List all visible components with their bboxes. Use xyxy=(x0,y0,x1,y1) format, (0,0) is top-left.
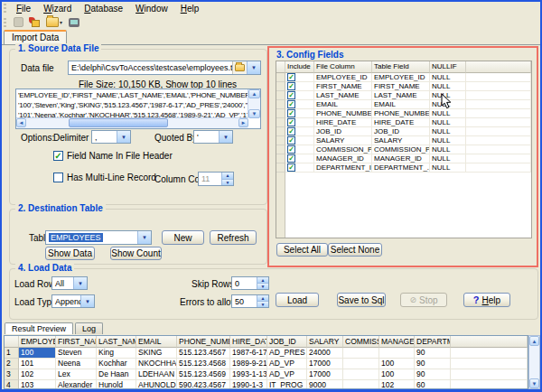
spin-down-icon[interactable]: ▼ xyxy=(257,284,268,289)
multiline-checkbox[interactable]: Has Multi-Line Record xyxy=(53,173,156,182)
result-cell[interactable]: SKING xyxy=(136,348,177,359)
scroll-down-icon[interactable]: ▼ xyxy=(248,109,260,118)
config-header-table-field[interactable]: Table Field xyxy=(372,61,430,73)
scroll-right-icon[interactable]: ► xyxy=(238,118,248,127)
include-checkbox[interactable]: ✓ xyxy=(287,100,295,108)
field-name-checkbox[interactable]: ✓ Field Name In File Header xyxy=(53,151,173,161)
preview-vscrollbar[interactable]: ▲ ▼ xyxy=(248,89,260,118)
spin-down-icon[interactable]: ▼ xyxy=(222,180,233,186)
config-table-field-cell[interactable]: COMMISSION_P... xyxy=(372,145,430,154)
config-include-cell[interactable]: ✓ xyxy=(285,82,314,91)
result-cell[interactable]: 90 xyxy=(415,359,451,369)
config-include-cell[interactable]: ✓ xyxy=(285,154,314,163)
select-all-button[interactable]: Select All xyxy=(276,243,328,257)
result-cell[interactable] xyxy=(379,348,415,359)
quoted-by-dropdown-icon[interactable]: ▼ xyxy=(219,131,232,143)
config-nullif-cell[interactable]: NULL xyxy=(430,73,466,82)
result-cell[interactable]: NKOCHHAR xyxy=(136,359,177,369)
config-row[interactable]: ✓LAST_NAMELAST_NAMENULL xyxy=(276,91,531,100)
result-cell[interactable]: 102 xyxy=(379,380,415,389)
toolbar-grip[interactable] xyxy=(4,18,6,27)
config-include-cell[interactable]: ✓ xyxy=(285,127,314,136)
result-header-job-id[interactable]: JOB_ID xyxy=(267,336,307,348)
result-cell[interactable]: 103 xyxy=(19,380,56,389)
result-cell[interactable]: 1993-1-13 xyxy=(230,369,267,380)
result-cell[interactable]: 590.423.4567 xyxy=(177,380,230,389)
include-checkbox[interactable]: ✓ xyxy=(287,145,295,154)
config-file-column-cell[interactable]: EMPLOYEE_ID xyxy=(314,73,372,82)
config-file-column-cell[interactable]: JOB_ID xyxy=(314,127,372,136)
load-type-combo[interactable]: Append ▼ xyxy=(51,294,95,308)
result-cell[interactable]: 100 xyxy=(379,369,415,380)
config-table-field-cell[interactable]: JOB_ID xyxy=(372,127,430,136)
result-cell[interactable]: 1987-6-17 xyxy=(230,348,267,359)
scroll-up-icon[interactable]: ▲ xyxy=(529,336,539,346)
import-wizard-icon[interactable] xyxy=(26,15,42,30)
result-cell[interactable]: Kochhar xyxy=(97,359,136,369)
menu-item-window[interactable]: Window xyxy=(129,4,174,14)
result-cell[interactable]: 60 xyxy=(415,380,451,389)
include-checkbox[interactable]: ✓ xyxy=(287,127,295,135)
config-file-column-cell[interactable]: DEPARTMENT_ID xyxy=(314,163,372,173)
config-include-cell[interactable]: ✓ xyxy=(285,109,314,118)
result-cell[interactable]: King xyxy=(97,348,136,359)
scroll-up-icon[interactable]: ▲ xyxy=(248,89,260,98)
config-row[interactable]: ✓PHONE_NUMBERPHONE_NUMBERNULL xyxy=(276,109,531,118)
config-include-cell[interactable]: ✓ xyxy=(285,145,314,154)
load-type-dropdown-icon[interactable]: ▼ xyxy=(80,295,94,307)
config-header-include[interactable]: Include xyxy=(285,61,314,73)
result-cell[interactable] xyxy=(343,359,379,369)
result-header-salary[interactable]: SALARY xyxy=(307,336,343,348)
spin-down-icon[interactable]: ▼ xyxy=(257,302,268,307)
result-cell[interactable]: AD_VP xyxy=(267,369,307,380)
include-checkbox[interactable]: ✓ xyxy=(287,82,295,90)
config-nullif-cell[interactable]: NULL xyxy=(430,154,466,163)
config-file-column-cell[interactable]: MANAGER_ID xyxy=(314,154,372,163)
result-header-commissio[interactable]: COMMISSIO xyxy=(343,336,379,348)
result-cell[interactable]: 24000 xyxy=(307,348,343,359)
hscroll-thumb[interactable] xyxy=(69,118,168,127)
config-include-cell[interactable]: ✓ xyxy=(285,118,314,127)
select-none-button[interactable]: Select None xyxy=(328,243,382,257)
delimiter-combo[interactable]: , ▼ xyxy=(91,130,131,144)
result-cell[interactable]: 17000 xyxy=(307,369,343,380)
result-header-email[interactable]: EMAIL xyxy=(136,336,177,348)
errors-spinner[interactable]: 50 ▲▼ xyxy=(231,294,269,308)
scroll-down-icon[interactable]: ▼ xyxy=(529,378,539,388)
spin-up-icon[interactable]: ▲ xyxy=(222,173,233,180)
config-table-field-cell[interactable]: MANAGER_ID xyxy=(372,154,430,163)
config-nullif-cell[interactable]: NULL xyxy=(430,163,466,173)
config-nullif-cell[interactable]: NULL xyxy=(430,127,466,136)
config-table-field-cell[interactable]: SALARY xyxy=(372,136,430,145)
result-cell[interactable]: 90 xyxy=(415,348,451,359)
result-row[interactable]: 2101NeenaKochharNKOCHHAR515.123.45681989… xyxy=(5,359,528,369)
result-cell[interactable]: 9000 xyxy=(307,380,343,389)
multiline-checkbox-box[interactable] xyxy=(53,173,63,182)
result-row[interactable]: 1100StevenKingSKING515.123.45671987-6-17… xyxy=(5,348,528,359)
config-file-column-cell[interactable]: LAST_NAME xyxy=(314,91,372,100)
scroll-left-icon[interactable]: ◄ xyxy=(16,118,26,127)
include-checkbox[interactable]: ✓ xyxy=(287,163,295,172)
include-checkbox[interactable]: ✓ xyxy=(287,73,295,81)
config-file-column-cell[interactable]: COMMISSION_P... xyxy=(314,145,372,154)
menu-grip[interactable] xyxy=(4,4,6,13)
config-row[interactable]: ✓EMAILEMAILNULL xyxy=(276,100,531,109)
result-header-hire-date[interactable]: HIRE_DATE xyxy=(230,336,267,348)
stop-button[interactable]: ⊘Stop xyxy=(400,293,447,307)
include-checkbox[interactable]: ✓ xyxy=(287,118,295,126)
load-button[interactable]: Load xyxy=(276,293,319,307)
result-cell[interactable]: 515.123.4569 xyxy=(177,369,230,380)
new-button[interactable]: New xyxy=(162,230,204,245)
result-cell[interactable] xyxy=(343,348,379,359)
config-include-cell[interactable]: ✓ xyxy=(285,73,314,82)
result-cell[interactable]: 90 xyxy=(415,369,451,380)
config-nullif-cell[interactable]: NULL xyxy=(430,91,466,100)
include-checkbox[interactable]: ✓ xyxy=(287,154,295,163)
result-cell[interactable]: 515.123.4568 xyxy=(177,359,230,369)
config-row[interactable]: ✓SALARYSALARYNULL xyxy=(276,136,531,145)
config-fields-grid[interactable]: IncludeFile ColumnTable FieldNULLIF ✓EMP… xyxy=(276,61,532,238)
refresh-button[interactable]: Refresh xyxy=(210,230,257,245)
config-file-column-cell[interactable]: HIRE_DATE xyxy=(314,118,372,127)
result-tab-result-preview[interactable]: Result Preview xyxy=(5,322,73,334)
result-cell[interactable]: Hunold xyxy=(97,380,136,389)
